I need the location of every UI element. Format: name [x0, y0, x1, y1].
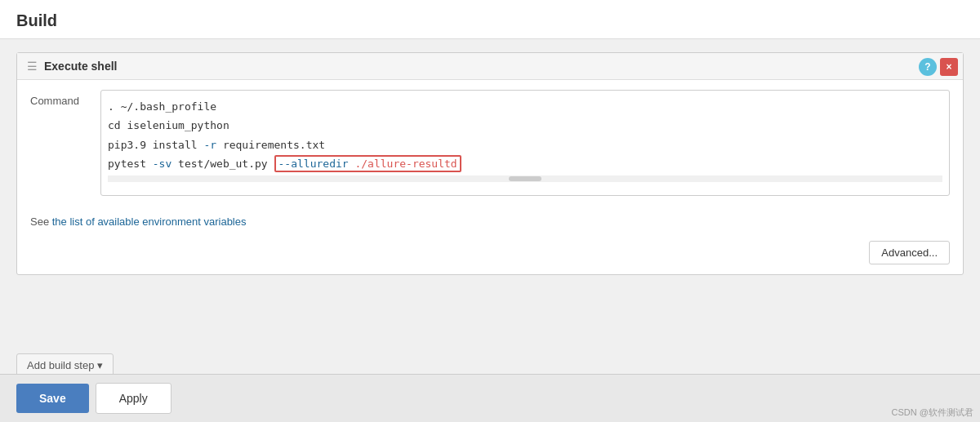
alluredir-flag: --alluredir — [278, 158, 349, 170]
save-button[interactable]: Save — [16, 384, 89, 413]
watermark: CSDN @软件测试君 — [892, 406, 973, 419]
action-bar: Save Apply — [0, 374, 980, 422]
command-line-2: cd iselenium_python — [108, 116, 942, 135]
command-line-1: . ~/.bash_profile — [108, 97, 942, 116]
highlighted-args: --alluredir ./allure-resultd — [274, 155, 461, 172]
close-button[interactable]: × — [940, 58, 958, 76]
main-content: ☰ Execute shell × ? Command . ~/.bash_pr… — [0, 39, 980, 288]
command-content: . ~/.bash_profile cd iselenium_python pi… — [108, 97, 942, 174]
flag-sv: -sv — [153, 158, 172, 170]
command-row: Command . ~/.bash_profile cd iselenium_p… — [30, 90, 950, 196]
command-label: Command — [30, 90, 87, 107]
page-container: Build ☰ Execute shell × ? Command . ~/.b… — [0, 0, 980, 422]
command-editor[interactable]: . ~/.bash_profile cd iselenium_python pi… — [100, 90, 950, 196]
allure-path: ./allure-resultd — [354, 158, 457, 170]
scrollbar-thumb — [509, 176, 541, 181]
page-title: Build — [16, 11, 964, 30]
env-vars-link[interactable]: the list of available environment variab… — [52, 215, 247, 228]
help-button[interactable]: ? — [919, 58, 937, 76]
flag-r: -r — [203, 139, 216, 151]
execute-shell-card: ☰ Execute shell × ? Command . ~/.bash_pr… — [16, 52, 964, 275]
env-vars-section: See the list of available environment va… — [17, 206, 963, 234]
command-line-3: pip3.9 install -r requirements.txt — [108, 135, 942, 154]
top-section: Build — [0, 0, 980, 39]
apply-button[interactable]: Apply — [96, 383, 172, 414]
drag-handle-icon: ☰ — [27, 60, 38, 73]
advanced-button[interactable]: Advanced... — [869, 241, 950, 264]
env-vars-prefix: See — [30, 215, 52, 228]
command-line-4: pytest -sv test/web_ut.py --alluredir ./… — [108, 154, 942, 173]
advanced-section: Advanced... — [17, 234, 963, 274]
card-title: Execute shell — [44, 60, 118, 73]
scrollbar[interactable] — [108, 175, 942, 182]
card-body: Command . ~/.bash_profile cd iselenium_p… — [17, 80, 963, 206]
card-header: ☰ Execute shell — [17, 53, 963, 80]
